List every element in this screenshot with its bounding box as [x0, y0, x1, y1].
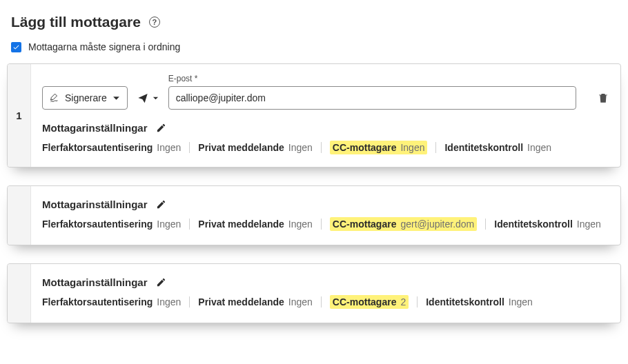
settings-row: FlerfaktorsautentiseringIngen Privat med…: [42, 295, 609, 309]
pm-value: Ingen: [288, 142, 313, 153]
delivery-select[interactable]: [136, 86, 160, 110]
email-field[interactable]: [168, 86, 576, 110]
cc-setting-highlight: CC-mottagare2: [330, 295, 409, 309]
settings-title: Mottagarinställningar: [42, 276, 148, 288]
id-value: Ingen: [527, 142, 551, 153]
settings-title: Mottagarinställningar: [42, 199, 148, 210]
pm-label: Privat meddelande: [198, 219, 284, 230]
help-icon[interactable]: ?: [149, 17, 160, 28]
divider: [189, 219, 190, 230]
ordering-checkbox[interactable]: [11, 42, 21, 52]
pm-value: Ingen: [288, 296, 313, 307]
divider: [189, 296, 190, 307]
mfa-value: Ingen: [157, 219, 181, 230]
pm-label: Privat meddelande: [198, 296, 284, 307]
divider: [485, 219, 486, 230]
page-title: Lägg till mottagare: [11, 14, 141, 30]
email-label: E-post *: [168, 74, 576, 83]
settings-row: FlerfaktorsautentiseringIngen Privat med…: [42, 141, 609, 154]
pm-label: Privat meddelande: [198, 142, 284, 153]
ordering-label: Mottagarna måste signera i ordning: [28, 41, 180, 52]
cc-label: CC-mottagare: [333, 142, 397, 153]
settings-row: FlerfaktorsautentiseringIngen Privat med…: [42, 217, 609, 231]
divider: [321, 296, 322, 307]
role-label: Signerare: [65, 92, 107, 103]
cc-label: CC-mottagare: [333, 296, 397, 307]
trash-icon: [597, 92, 609, 104]
cc-value: Ingen: [400, 142, 424, 153]
id-value: Ingen: [509, 296, 533, 307]
order-handle[interactable]: [8, 186, 31, 245]
divider: [417, 296, 418, 307]
id-value: Ingen: [577, 219, 601, 230]
id-label: Identitetskontroll: [444, 142, 523, 153]
settings-title: Mottagarinställningar: [42, 122, 148, 134]
id-label: Identitetskontroll: [494, 219, 573, 230]
order-handle[interactable]: [8, 264, 31, 323]
recipient-card: Mottagarinställningar Flerfaktorsautenti…: [7, 185, 621, 245]
mfa-label: Flerfaktorsautentisering: [42, 296, 153, 307]
recipient-card: 1 Signerare E-post * Mottagarinställning…: [7, 63, 621, 168]
divider: [321, 142, 322, 153]
send-icon: [137, 92, 148, 103]
delete-button[interactable]: [597, 92, 609, 104]
cc-value: 2: [400, 296, 406, 307]
edit-settings-button[interactable]: [156, 199, 166, 210]
check-icon: [12, 43, 20, 51]
cc-setting-highlight: CC-mottagaregert@jupiter.dom: [330, 217, 477, 231]
signer-icon: [50, 93, 59, 103]
cc-setting-highlight: CC-mottagareIngen: [330, 141, 428, 154]
chevron-down-icon: [112, 94, 120, 102]
mfa-label: Flerfaktorsautentisering: [42, 219, 153, 230]
divider: [435, 142, 436, 153]
id-label: Identitetskontroll: [426, 296, 504, 307]
chevron-down-icon: [153, 95, 159, 101]
edit-settings-button[interactable]: [156, 123, 166, 133]
mfa-label: Flerfaktorsautentisering: [42, 142, 153, 153]
mfa-value: Ingen: [157, 296, 181, 307]
edit-settings-button[interactable]: [156, 277, 166, 287]
divider: [189, 142, 190, 153]
pm-value: Ingen: [288, 219, 313, 230]
order-handle[interactable]: 1: [8, 64, 31, 167]
recipient-card: Mottagarinställningar Flerfaktorsautenti…: [7, 263, 621, 323]
divider: [321, 219, 322, 230]
role-select[interactable]: Signerare: [42, 86, 128, 110]
cc-value: gert@jupiter.dom: [400, 219, 474, 230]
cc-label: CC-mottagare: [333, 219, 397, 230]
mfa-value: Ingen: [157, 142, 181, 153]
